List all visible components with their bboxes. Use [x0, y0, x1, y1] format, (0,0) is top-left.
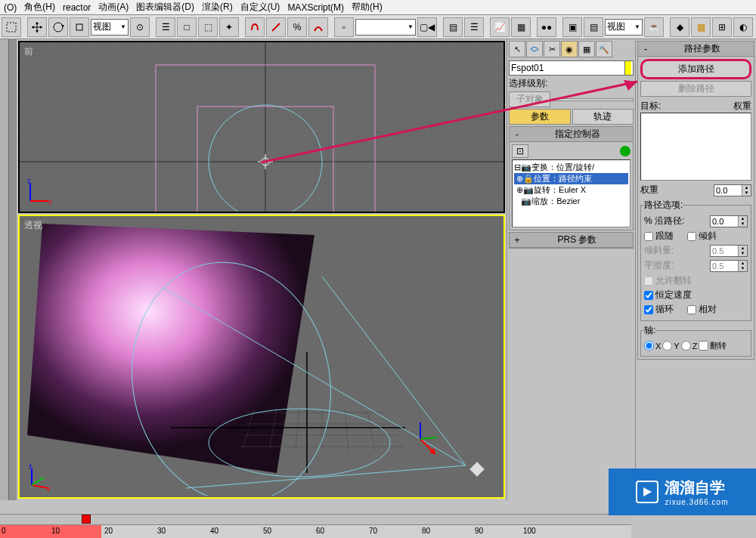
chevron-down-icon: ▼ [407, 23, 414, 30]
material-editor-icon[interactable]: ●● [537, 17, 556, 37]
tree-item[interactable]: ⊟📷变换：位置/旋转/ [514, 162, 628, 173]
menu-item[interactable]: reactor [59, 1, 94, 14]
add-path-button[interactable]: 添加路径 [640, 59, 751, 79]
smoothness-spinner[interactable]: ▲▼ [710, 260, 748, 272]
rollup-header[interactable]: - 指定控制器 [510, 127, 633, 142]
menu-item[interactable]: 角色(H) [20, 0, 59, 15]
tab-create[interactable]: ↖ [509, 41, 525, 57]
follow-checkbox[interactable] [644, 232, 653, 241]
tab-hierarchy[interactable]: ✂ [544, 41, 560, 57]
command-panel: ↖ ✂ ◉ ▦ 🔨 选择级别: 子对象 参数 轨迹 - 指定控制器 [507, 39, 635, 500]
modify-icon[interactable]: ▦ [691, 17, 711, 37]
select-filter-icon[interactable]: ☰ [156, 17, 175, 37]
hierarchy-icon[interactable]: ⊞ [712, 17, 732, 37]
sub-object-button[interactable]: 子对象 [509, 91, 550, 107]
snap-toggle-icon[interactable] [245, 17, 265, 37]
ref-coord-dropdown[interactable]: 视图▼ [91, 19, 129, 36]
tab-motion[interactable]: ◉ [561, 41, 578, 57]
curve-editor-icon[interactable]: 📈 [490, 17, 510, 37]
menu-item[interactable]: 图表编辑器(D) [132, 0, 198, 15]
prs-rollup: + PRS 参数 [509, 232, 634, 249]
render-type-icon[interactable]: ▤ [584, 17, 603, 37]
tree-item[interactable]: 📷缩放：Bezier [514, 196, 628, 207]
timeline[interactable]: 0 10 20 30 40 50 60 70 80 90 100 [0, 514, 631, 538]
select-icon[interactable]: ⬚ [198, 17, 218, 37]
tab-modify[interactable] [526, 41, 543, 57]
target-label: 目标: [640, 100, 661, 113]
controller-tree[interactable]: ⊟📷变换：位置/旋转/ ⊕🔒位置：路径约束 ⊕📷旋转：Euler X 📷缩放：B… [512, 159, 631, 227]
time-ruler[interactable]: 0 10 20 30 40 50 60 70 80 90 100 [0, 525, 631, 538]
spinner-down-icon[interactable]: ▼ [742, 190, 751, 196]
manipulate-icon[interactable]: ✦ [219, 17, 239, 37]
object-name-input[interactable] [511, 61, 624, 75]
assign-controller-button[interactable]: ⊡ [512, 144, 528, 158]
parameters-button[interactable]: 参数 [509, 109, 571, 125]
weight-header: 权重 [733, 100, 751, 113]
move-icon[interactable] [27, 17, 47, 37]
named-sel-icon[interactable]: ▫ [334, 17, 354, 37]
select-region-icon[interactable] [2, 17, 21, 37]
quick-render-icon[interactable]: ☕ [644, 17, 664, 37]
bank-checkbox[interactable] [687, 232, 696, 241]
angle-snap-icon[interactable] [266, 17, 286, 37]
rotate-icon[interactable] [48, 17, 68, 37]
viewport-perspective[interactable]: 透视 [18, 215, 505, 499]
percent-input[interactable] [711, 216, 738, 227]
relative-checkbox[interactable] [687, 305, 696, 314]
tree-item-selected[interactable]: ⊕🔒位置：路径约束 [514, 173, 628, 184]
axis-x-radio[interactable] [644, 341, 654, 351]
tab-utilities[interactable]: 🔨 [596, 41, 612, 57]
spinner-up-icon[interactable]: ▲ [742, 185, 751, 190]
menu-item[interactable]: (O) [0, 1, 20, 14]
time-tick: 10 [51, 527, 60, 535]
weight-input[interactable] [714, 185, 742, 196]
flip-checkbox[interactable] [699, 341, 708, 351]
weight-spinner[interactable]: ▲▼ [714, 184, 751, 196]
constant-vel-checkbox[interactable] [644, 291, 653, 300]
svg-marker-46 [643, 487, 652, 496]
delete-path-button[interactable]: 删除路径 [640, 81, 751, 97]
spinner-up-icon[interactable]: ▲ [739, 216, 747, 221]
axis-y-radio[interactable] [662, 341, 672, 351]
path-target-list[interactable] [640, 113, 751, 181]
mirror-icon[interactable]: ▢◀ [417, 17, 437, 37]
rollup-header[interactable]: - 路径参数 [638, 42, 754, 57]
tree-item[interactable]: ⊕📷旋转：Euler X [514, 184, 628, 196]
render-view-dropdown[interactable]: 视图▼ [605, 19, 643, 36]
trajectories-button[interactable]: 轨迹 [572, 109, 634, 125]
play-icon [636, 481, 658, 503]
viewport-front[interactable]: 前 z x [18, 41, 505, 213]
rollup-header[interactable]: + PRS 参数 [510, 233, 633, 248]
pivot-icon[interactable]: ⊙ [130, 17, 150, 37]
object-color-swatch[interactable] [624, 61, 631, 75]
menu-item[interactable]: MAXScript(M) [284, 1, 348, 14]
select-by-name-icon[interactable]: □ [177, 17, 197, 37]
render-scene-icon[interactable]: ▣ [562, 17, 582, 37]
tab-display[interactable]: ▦ [578, 41, 595, 57]
align-icon[interactable]: ▤ [443, 17, 463, 37]
named-sel-dropdown[interactable]: ▼ [355, 19, 416, 36]
menu-item[interactable]: 渲染(R) [198, 0, 237, 15]
spinner-up-icon: ▲ [739, 261, 747, 266]
spinner-down-icon[interactable]: ▼ [739, 221, 747, 227]
object-name-field[interactable] [509, 60, 634, 76]
layers-icon[interactable]: ☰ [464, 17, 484, 37]
sub-object-dropdown[interactable] [552, 98, 634, 101]
schematic-icon[interactable]: ▦ [511, 17, 531, 37]
spinner-snap-icon[interactable] [308, 17, 328, 37]
menu-item[interactable]: 帮助(H) [348, 0, 386, 15]
create-icon[interactable]: ◆ [670, 17, 689, 37]
axis-z-radio[interactable] [681, 341, 691, 351]
bank-amount-spinner[interactable]: ▲▼ [710, 245, 748, 257]
scale-icon[interactable] [70, 17, 89, 37]
time-slider-track[interactable] [0, 515, 631, 525]
percent-spinner[interactable]: ▲▼ [710, 215, 748, 227]
command-tabs: ↖ ✂ ◉ ▦ 🔨 [509, 41, 634, 59]
flip-label: 翻转 [710, 340, 727, 351]
display-icon[interactable]: ◐ [733, 17, 753, 37]
menu-item[interactable]: 自定义(U) [237, 0, 284, 15]
loop-checkbox[interactable] [644, 305, 653, 314]
time-slider-thumb[interactable] [82, 515, 91, 524]
menu-item[interactable]: 动画(A) [94, 0, 132, 15]
percent-snap-icon[interactable]: % [287, 17, 307, 37]
